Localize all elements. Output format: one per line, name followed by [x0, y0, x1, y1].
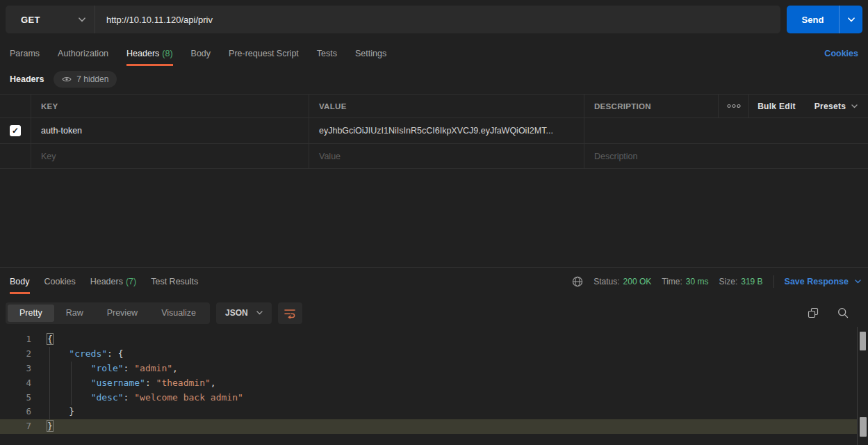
description-placeholder[interactable]: Description: [584, 144, 868, 168]
scrollbar-thumb[interactable]: [860, 417, 867, 437]
indent-guide: [49, 347, 50, 420]
line-number: 7: [0, 419, 31, 434]
chevron-down-icon: [79, 17, 85, 22]
copy-icon[interactable]: [808, 307, 819, 318]
code-line: 2 "creds": {: [0, 347, 857, 362]
chevron-down-icon: [848, 17, 855, 22]
table-header-row: KEY VALUE DESCRIPTION Bulk Edit Presets: [0, 94, 868, 118]
response-headers-count: (7): [126, 277, 136, 286]
header-value-field[interactable]: eyJhbGciOiJIUzI1NiIsInR5cCI6IkpXVCJ9.eyJ…: [309, 118, 584, 143]
request-bar: GET http://10.10.11.120/api/priv Send: [6, 6, 862, 33]
response-divider: [0, 267, 868, 268]
line-number: 4: [0, 376, 31, 391]
description-column-header: DESCRIPTION: [584, 95, 718, 118]
response-tab-cookies[interactable]: Cookies: [44, 268, 76, 294]
chevron-down-icon: [855, 280, 861, 284]
headers-count: (8): [162, 49, 172, 58]
response-tools: [808, 307, 862, 318]
view-pretty[interactable]: Pretty: [8, 305, 54, 322]
key-column-header: KEY: [31, 95, 309, 118]
header-key-field[interactable]: auth-token: [31, 118, 309, 143]
send-button-group: Send: [787, 6, 862, 33]
presets-dropdown[interactable]: Presets: [804, 95, 868, 118]
send-button[interactable]: Send: [787, 6, 840, 33]
tab-pre-request-script[interactable]: Pre-request Script: [229, 41, 299, 66]
response-tab-body[interactable]: Body: [10, 268, 30, 294]
table-row-empty: Key Value Description: [0, 144, 868, 169]
code-line: 4 "username": "theadmin",: [0, 376, 857, 391]
response-tabs: Body Cookies Headers (7) Test Results St…: [10, 268, 861, 294]
header-description-field[interactable]: [584, 118, 868, 143]
url-input[interactable]: http://10.10.11.120/api/priv: [95, 6, 780, 33]
save-response-button[interactable]: Save Response: [785, 277, 861, 286]
line-number: 6: [0, 405, 31, 419]
code-line: 1{: [0, 332, 857, 347]
indent-guide: [71, 362, 72, 405]
line-number: 1: [0, 332, 31, 347]
table-row: ✓ auth-token eyJhbGciOiJIUzI1NiIsInR5cCI…: [0, 118, 868, 144]
tab-authorization[interactable]: Authorization: [58, 41, 108, 66]
view-preview[interactable]: Preview: [95, 305, 149, 322]
tab-settings[interactable]: Settings: [355, 41, 386, 66]
code-lines: 1{2 "creds": {3 "role": "admin",4 "usern…: [0, 327, 857, 434]
select-all-cell: [0, 95, 31, 118]
response-tab-headers[interactable]: Headers (7): [90, 268, 137, 294]
bulk-edit-button[interactable]: Bulk Edit: [748, 95, 804, 118]
key-placeholder[interactable]: Key: [31, 144, 309, 168]
response-body-editor[interactable]: 1{2 "creds": {3 "role": "admin",4 "usern…: [0, 327, 857, 445]
line-number: 3: [0, 362, 31, 376]
line-number: 5: [0, 391, 31, 405]
method-label: GET: [21, 15, 40, 25]
eye-icon: [62, 76, 72, 83]
response-tab-test-results[interactable]: Test Results: [151, 268, 198, 294]
value-placeholder[interactable]: Value: [309, 144, 584, 168]
request-tabs: Params Authorization Headers (8) Body Pr…: [10, 41, 858, 66]
headers-title: Headers: [10, 74, 44, 84]
response-toolbar: Pretty Raw Preview Visualize JSON: [6, 300, 862, 325]
tab-body[interactable]: Body: [191, 41, 211, 66]
status-badge: Status: 200 OK: [593, 277, 651, 286]
send-options-button[interactable]: [840, 6, 862, 33]
row-checkbox-cell: ✓: [0, 118, 31, 143]
code-line: 3 "role": "admin",: [0, 362, 857, 376]
language-dropdown[interactable]: JSON: [216, 302, 272, 324]
wrap-text-icon: [284, 308, 296, 318]
tab-headers[interactable]: Headers (8): [126, 41, 173, 66]
row-checkbox[interactable]: ✓: [10, 125, 21, 136]
tab-tests[interactable]: Tests: [317, 41, 337, 66]
row-checkbox-cell: [0, 144, 31, 168]
url-group: GET http://10.10.11.120/api/priv: [6, 6, 780, 33]
network-globe-icon[interactable]: [572, 276, 583, 287]
vertical-scrollbar[interactable]: [857, 327, 868, 445]
cookies-link[interactable]: Cookies: [824, 49, 858, 58]
more-actions-icon: [727, 104, 741, 108]
time-badge: Time: 30 ms: [662, 277, 708, 286]
line-number: 2: [0, 347, 31, 362]
tab-params[interactable]: Params: [10, 41, 40, 66]
size-badge: Size: 319 B: [719, 277, 763, 286]
more-actions-button[interactable]: [718, 95, 748, 118]
scrollbar-thumb[interactable]: [860, 332, 866, 350]
headers-subheader: Headers 7 hidden: [10, 70, 117, 88]
search-icon[interactable]: [837, 307, 849, 318]
code-line: 5 "desc": "welcome back admin": [0, 391, 857, 405]
wrap-text-button[interactable]: [278, 302, 302, 324]
view-mode-switcher: Pretty Raw Preview Visualize: [6, 302, 210, 324]
view-visualize[interactable]: Visualize: [149, 305, 208, 322]
headers-table: KEY VALUE DESCRIPTION Bulk Edit Presets …: [0, 94, 868, 169]
divider: [773, 275, 774, 288]
hidden-headers-label: 7 hidden: [76, 74, 108, 84]
value-column-header: VALUE: [309, 95, 584, 118]
chevron-down-icon: [851, 104, 858, 108]
method-dropdown[interactable]: GET: [6, 6, 95, 33]
hidden-headers-toggle[interactable]: 7 hidden: [54, 71, 117, 88]
chevron-down-icon: [256, 311, 263, 315]
code-line: 7}: [0, 419, 857, 434]
postman-window: GET http://10.10.11.120/api/priv Send Pa…: [0, 0, 868, 445]
view-raw[interactable]: Raw: [54, 305, 95, 322]
response-meta: Status: 200 OK Time: 30 ms Size: 319 B S…: [572, 268, 861, 294]
code-line: 6 }: [0, 405, 857, 419]
